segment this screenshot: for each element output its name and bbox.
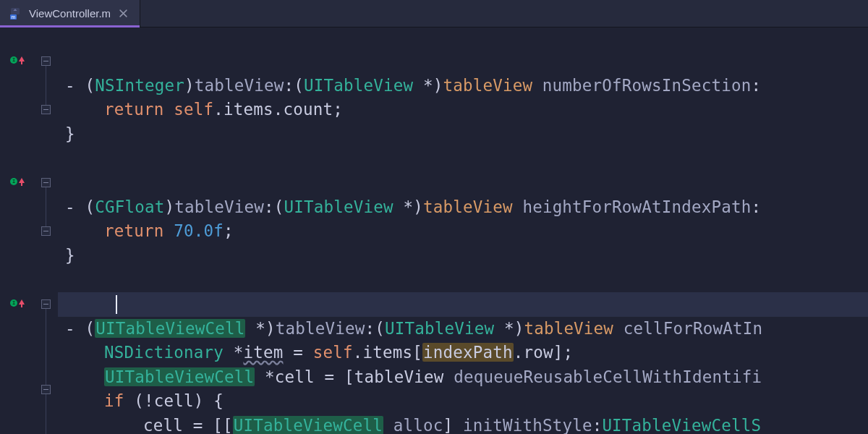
fold-toggle[interactable] [41,105,51,114]
override-dot-icon: I [10,56,17,64]
fold-toggle[interactable] [41,56,51,66]
fold-guide [46,187,46,231]
fold-guide [46,309,46,394]
code-text: } [65,244,75,268]
file-tab-label: ViewController.m [29,7,111,20]
override-marker[interactable]: I [10,299,25,307]
up-arrow-icon [19,178,25,185]
fold-guide [46,394,46,434]
override-marker[interactable]: I [10,178,25,185]
code-line[interactable]: cell = [[UITableViewCell alloc] initWith… [58,389,868,414]
code-line[interactable]: return 70.0f; [58,195,868,220]
code-line[interactable]: } [58,98,868,122]
code-text: cell = [[UITableViewCell alloc] initWith… [143,414,761,434]
close-tab-button[interactable] [118,9,128,19]
objc-file-icon: m [9,7,22,20]
override-dot-icon: I [10,299,17,307]
fold-toggle[interactable] [41,178,51,187]
code-line[interactable]: } [58,219,868,244]
fold-column [38,27,55,434]
code-line-current[interactable]: - (UITableViewCell *)tableView:(UITableV… [58,292,868,317]
code-line[interactable]: UITableViewCell *cell = [tableView deque… [58,341,868,365]
svg-text:m: m [12,14,16,19]
code-area[interactable]: - (NSInteger)tableView:(UITableView *)ta… [58,27,868,434]
override-dot-icon: I [10,178,17,185]
code-editor[interactable]: I I I - (NSInteger)tableView:(UITableVie… [0,27,868,434]
up-arrow-icon [19,56,25,64]
code-line[interactable]: if (!cell) { [58,365,868,390]
fold-guide [46,66,46,109]
code-line[interactable]: return self.items.count; [58,74,868,98]
code-text: } [65,122,75,147]
up-arrow-icon [19,299,25,307]
override-marker[interactable]: I [10,56,25,64]
code-line[interactable]: NSDictionary *item = self.items[indexPat… [58,317,868,341]
fold-toggle[interactable] [41,226,51,236]
text-cursor [116,295,117,314]
code-line[interactable]: - (NSInteger)tableView:(UITableView *)ta… [58,49,868,74]
tab-bar: m ViewController.m [0,0,868,27]
fold-toggle[interactable] [41,385,51,394]
file-tab[interactable]: m ViewController.m [0,0,140,27]
fold-toggle[interactable] [41,299,51,309]
code-line[interactable]: - (CGFloat)tableView:(UITableView *)tabl… [58,171,868,195]
gutter: I I I [0,27,33,434]
